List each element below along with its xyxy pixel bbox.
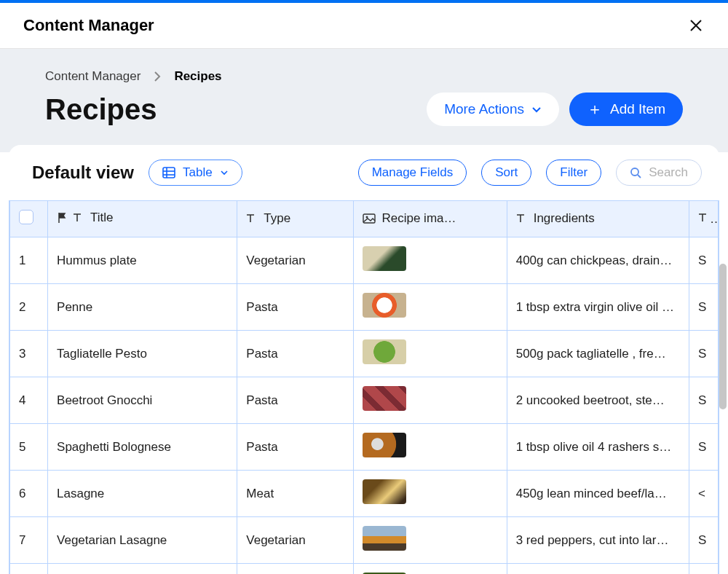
row-number: 2: [10, 284, 48, 331]
svg-line-5: [638, 175, 641, 178]
header-title: Content Manager: [23, 16, 154, 35]
page-title: Recipes: [45, 93, 157, 126]
column-type-label: Type: [264, 211, 290, 226]
view-mode-label: Table: [183, 165, 213, 180]
row-number: 7: [10, 517, 48, 564]
breadcrumb-current: Recipes: [174, 69, 221, 84]
chevron-right-icon: [154, 71, 161, 82]
column-overflow-header[interactable]: [689, 201, 718, 237]
cell-ingredients: 2 uncooked beetroot, ste…: [507, 377, 689, 424]
cell-type: Pasta: [237, 424, 354, 471]
column-image-header[interactable]: Recipe ima…: [354, 201, 507, 237]
cell-title: Vegetarian Lasagne: [48, 517, 237, 564]
text-icon: [516, 213, 528, 224]
cell-type: Sauce: [237, 564, 354, 575]
select-all-header[interactable]: [10, 201, 48, 237]
table-row[interactable]: 1Hummus plateVegetarian400g can chickpea…: [10, 237, 719, 284]
table-row[interactable]: 5Spaghetti BolognesePasta1 tbsp olive oi…: [10, 424, 719, 471]
image-thumbnail: [363, 293, 406, 318]
svg-point-7: [366, 216, 368, 218]
cell-image: [354, 471, 507, 517]
column-type-header[interactable]: Type: [237, 201, 354, 237]
plus-icon: ＋: [587, 101, 603, 117]
cell-title: Hummus plate: [48, 237, 237, 284]
view-mode-switch[interactable]: Table: [149, 160, 242, 186]
row-number: 8: [10, 564, 48, 575]
image-thumbnail: [363, 479, 406, 504]
scrollbar[interactable]: [719, 264, 727, 540]
cell-type: Vegetarian: [237, 517, 354, 564]
cell-overflow: S: [689, 517, 718, 564]
text-icon: [246, 213, 258, 224]
cell-type: Vegetarian: [237, 237, 354, 284]
column-title-label: Title: [90, 211, 114, 225]
cell-image: [354, 237, 507, 284]
row-number: 6: [10, 471, 48, 517]
table-container: Title Type Recipe ima…: [9, 200, 719, 574]
column-image-label: Recipe ima…: [381, 211, 456, 226]
cell-image: [354, 564, 507, 575]
cell-image: [354, 331, 507, 377]
add-item-button[interactable]: ＋ Add Item: [569, 93, 683, 126]
chevron-down-icon: [220, 168, 229, 177]
row-number: 1: [10, 237, 48, 284]
filter-button[interactable]: Filter: [546, 160, 601, 186]
cell-type: Pasta: [237, 284, 354, 331]
text-icon: [73, 213, 84, 223]
scrollbar-thumb[interactable]: [719, 264, 727, 409]
cell-overflow: S: [689, 424, 718, 471]
table-row[interactable]: 3Tagliatelle PestoPasta500g pack tagliat…: [10, 331, 719, 377]
table-row[interactable]: 2PennePasta1 tbsp extra virgin olive oil…: [10, 284, 719, 331]
manage-fields-button[interactable]: Manage Fields: [358, 160, 467, 186]
table-row[interactable]: 7Vegetarian LasagneVegetarian3 red peppe…: [10, 517, 719, 564]
search-input[interactable]: Search: [616, 160, 702, 186]
close-button[interactable]: [687, 17, 705, 34]
cell-ingredients: 450g lean minced beef/la…: [507, 471, 689, 517]
table-header: Title Type Recipe ima…: [10, 201, 719, 237]
sort-label: Sort: [495, 165, 518, 180]
page-actions: More Actions ＋ Add Item: [427, 93, 683, 126]
svg-point-4: [631, 168, 638, 176]
image-thumbnail: [363, 433, 406, 457]
cell-title: Beetroot Gnocchi: [48, 377, 237, 424]
column-ingredients-header[interactable]: Ingredients: [507, 201, 689, 237]
cell-type: Meat: [237, 471, 354, 517]
table-row[interactable]: 4Beetroot GnocchiPasta2 uncooked beetroo…: [10, 377, 719, 424]
cell-image: [354, 377, 507, 424]
more-actions-button[interactable]: More Actions: [427, 93, 559, 126]
cell-title: Penne: [48, 284, 237, 331]
search-placeholder: Search: [649, 165, 688, 180]
image-thumbnail: [363, 246, 406, 271]
cell-overflow: S: [689, 284, 718, 331]
svg-rect-0: [163, 168, 175, 178]
image-thumbnail: [363, 526, 406, 551]
cell-overflow: <: [689, 471, 718, 517]
column-title-header[interactable]: Title: [48, 201, 237, 237]
row-number: 3: [10, 331, 48, 377]
cell-ingredients: 400g can chickpeas, drain…: [507, 237, 689, 284]
cell-ingredients: Big bunch of basil (three s…: [507, 564, 689, 575]
cell-type: Pasta: [237, 377, 354, 424]
row-number: 5: [10, 424, 48, 471]
app-header: Content Manager: [0, 3, 728, 49]
close-icon: [689, 18, 703, 33]
cell-type: Pasta: [237, 331, 354, 377]
page-head: Recipes More Actions ＋ Add Item: [45, 93, 683, 126]
cell-ingredients: 500g pack tagliatelle , fre…: [507, 331, 689, 377]
checkbox-icon: [19, 210, 33, 224]
cell-overflow: S: [689, 377, 718, 424]
cell-image: [354, 517, 507, 564]
view-bar: Default view Table Manage Fields Sort Fi…: [9, 145, 719, 200]
cell-overflow: S: [689, 237, 718, 284]
table-row[interactable]: 6LasagneMeat450g lean minced beef/la…<: [10, 471, 719, 517]
more-actions-label: More Actions: [444, 101, 524, 117]
image-icon: [363, 213, 376, 224]
chevron-down-icon: [531, 104, 542, 114]
table-row[interactable]: 8PestoSauceBig bunch of basil (three s…T: [10, 564, 719, 575]
row-number: 4: [10, 377, 48, 424]
data-table: Title Type Recipe ima…: [9, 200, 719, 574]
text-icon: [698, 213, 710, 223]
breadcrumb-root[interactable]: Content Manager: [45, 69, 141, 84]
sort-button[interactable]: Sort: [481, 160, 531, 186]
cell-title: Spaghetti Bolognese: [48, 424, 237, 471]
